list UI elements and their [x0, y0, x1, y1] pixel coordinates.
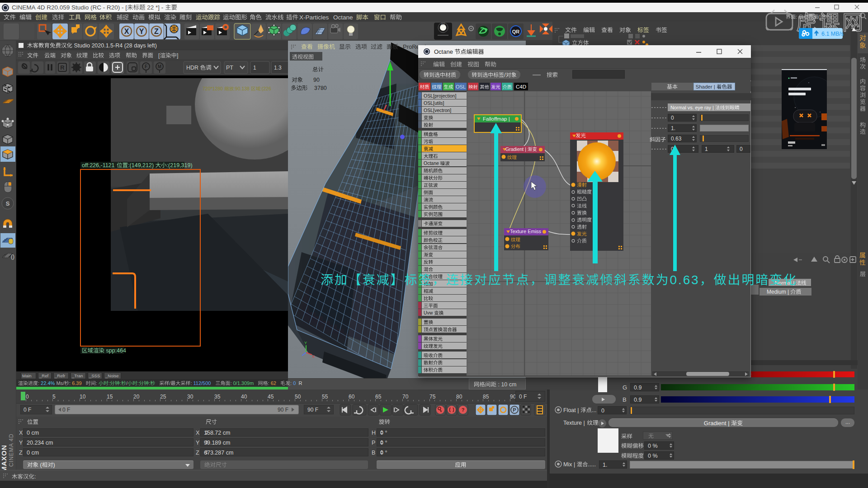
svg-text:6.1 MB/s: 6.1 MB/s	[821, 31, 844, 37]
svg-text:0.63: 0.63	[670, 273, 700, 287]
svg-text::: :	[796, 14, 798, 19]
